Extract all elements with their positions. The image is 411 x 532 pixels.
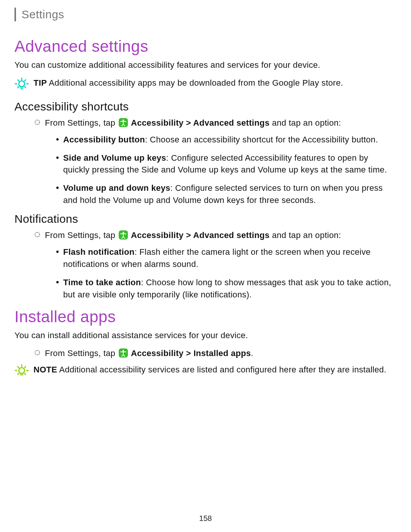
dot-bullet-icon bbox=[56, 138, 59, 141]
open-circle-bullet-icon bbox=[34, 232, 40, 238]
svg-point-6 bbox=[122, 232, 124, 233]
accessibility-shortcuts-heading: Accessibility shortcuts bbox=[14, 100, 397, 113]
notifications-instruction: From Settings, tap Accessibility > Advan… bbox=[14, 229, 397, 241]
svg-point-9 bbox=[122, 350, 124, 351]
installed-apps-intro: You can install additional assistance se… bbox=[14, 330, 397, 342]
installed-instruction-text: From Settings, tap Accessibility > Insta… bbox=[45, 347, 253, 359]
notifications-instruction-text: From Settings, tap Accessibility > Advan… bbox=[45, 229, 341, 241]
note-body: Additional accessibility services are li… bbox=[57, 365, 386, 374]
accessibility-icon bbox=[119, 118, 128, 127]
installed-apps-heading: Installed apps bbox=[14, 308, 397, 326]
svg-point-10 bbox=[19, 368, 24, 374]
page-header: Settings bbox=[14, 0, 397, 30]
svg-point-1 bbox=[35, 120, 40, 125]
accessibility-icon bbox=[119, 230, 128, 240]
svg-point-7 bbox=[35, 350, 40, 355]
svg-point-3 bbox=[122, 120, 124, 121]
notifications-heading: Notifications bbox=[14, 212, 397, 225]
open-circle-bullet-icon bbox=[34, 119, 40, 125]
shortcuts-instruction: From Settings, tap Accessibility > Advan… bbox=[14, 117, 397, 129]
list-item: Volume up and down keys: Configure selec… bbox=[56, 182, 397, 206]
page-number: 158 bbox=[0, 514, 411, 523]
note-label: NOTE bbox=[33, 365, 57, 374]
list-item: Time to take action: Choose how long to … bbox=[56, 276, 397, 301]
open-circle-bullet-icon bbox=[34, 350, 40, 356]
shortcuts-sub-list: Accessibility button: Choose an accessib… bbox=[14, 134, 397, 206]
accessibility-icon bbox=[119, 348, 128, 358]
header-title: Settings bbox=[21, 8, 64, 21]
dot-bullet-icon bbox=[56, 251, 59, 253]
dot-bullet-icon bbox=[56, 281, 59, 283]
tip-label: TIP bbox=[33, 78, 47, 88]
header-rule bbox=[14, 8, 16, 21]
notifications-sub-list: Flash notification: Flash either the cam… bbox=[14, 246, 397, 301]
list-item: Accessibility button: Choose an accessib… bbox=[56, 134, 397, 146]
dot-bullet-icon bbox=[56, 157, 59, 159]
tip-text: TIP Additional accessibility apps may be… bbox=[33, 77, 343, 89]
dot-bullet-icon bbox=[56, 187, 59, 189]
advanced-settings-intro: You can customize additional accessibili… bbox=[14, 59, 397, 71]
note-callout: NOTE Additional accessibility services a… bbox=[14, 364, 397, 378]
tip-callout: TIP Additional accessibility apps may be… bbox=[14, 77, 397, 91]
svg-point-0 bbox=[19, 81, 24, 86]
installed-instruction: From Settings, tap Accessibility > Insta… bbox=[14, 347, 397, 359]
list-item: Side and Volume up keys: Configure selec… bbox=[56, 152, 397, 176]
note-text: NOTE Additional accessibility services a… bbox=[33, 364, 386, 376]
list-item: Flash notification: Flash either the cam… bbox=[56, 246, 397, 270]
advanced-settings-heading: Advanced settings bbox=[14, 37, 397, 56]
lightbulb-icon bbox=[14, 363, 29, 378]
tip-body: Additional accessibility apps may be dow… bbox=[47, 78, 343, 88]
svg-point-4 bbox=[35, 232, 40, 237]
lightbulb-icon bbox=[14, 77, 29, 91]
shortcuts-instruction-text: From Settings, tap Accessibility > Advan… bbox=[45, 117, 341, 129]
